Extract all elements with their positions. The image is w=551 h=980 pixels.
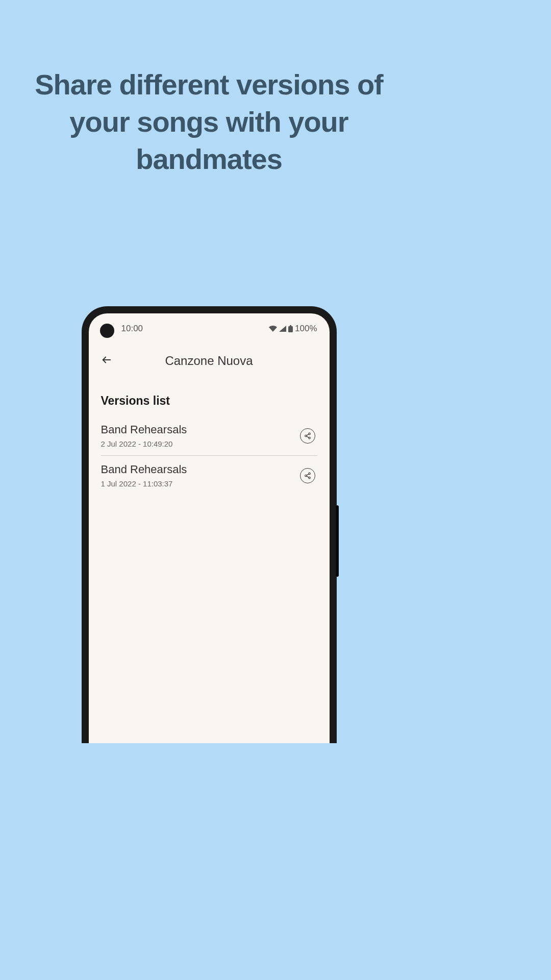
camera-cutout — [100, 324, 114, 338]
svg-point-4 — [305, 435, 307, 437]
version-name: Band Rehearsals — [101, 423, 187, 436]
marketing-headline: Share different versions of your songs w… — [0, 0, 418, 178]
svg-point-8 — [308, 473, 310, 475]
svg-rect-0 — [288, 326, 293, 332]
svg-line-12 — [306, 476, 308, 477]
app-header: Canzone Nuova — [89, 340, 330, 378]
svg-rect-1 — [290, 325, 291, 326]
svg-line-11 — [306, 474, 308, 475]
svg-point-5 — [308, 437, 310, 439]
status-indicators: 100% — [269, 324, 317, 334]
phone-screen: 10:00 100% — [89, 313, 330, 743]
status-time: 10:00 — [121, 324, 143, 334]
phone-frame: 10:00 100% — [82, 306, 337, 743]
version-date: 2 Jul 2022 - 10:49:20 — [101, 439, 187, 448]
version-info: Band Rehearsals 1 Jul 2022 - 11:03:37 — [101, 463, 187, 488]
share-button[interactable] — [300, 428, 315, 444]
content-area: Versions list Band Rehearsals 2 Jul 2022… — [89, 378, 330, 495]
page-title: Canzone Nuova — [165, 354, 253, 368]
wifi-icon — [269, 326, 277, 332]
status-bar: 10:00 100% — [89, 313, 330, 340]
share-button[interactable] — [300, 468, 315, 483]
battery-percent: 100% — [295, 324, 317, 334]
phone-side-button — [336, 505, 339, 577]
arrow-left-icon — [101, 354, 112, 365]
share-icon — [304, 432, 311, 439]
svg-line-6 — [306, 434, 308, 435]
svg-point-9 — [305, 475, 307, 477]
version-date: 1 Jul 2022 - 11:03:37 — [101, 479, 187, 488]
section-title: Versions list — [101, 394, 317, 408]
signal-icon — [279, 326, 286, 332]
battery-icon — [288, 325, 293, 332]
version-info: Band Rehearsals 2 Jul 2022 - 10:49:20 — [101, 423, 187, 448]
svg-point-3 — [308, 433, 310, 435]
svg-line-7 — [306, 436, 308, 437]
svg-point-10 — [308, 477, 310, 479]
list-item[interactable]: Band Rehearsals 1 Jul 2022 - 11:03:37 — [101, 455, 317, 495]
back-button[interactable] — [99, 352, 114, 370]
list-item[interactable]: Band Rehearsals 2 Jul 2022 - 10:49:20 — [101, 419, 317, 455]
version-name: Band Rehearsals — [101, 463, 187, 476]
share-icon — [304, 472, 311, 479]
